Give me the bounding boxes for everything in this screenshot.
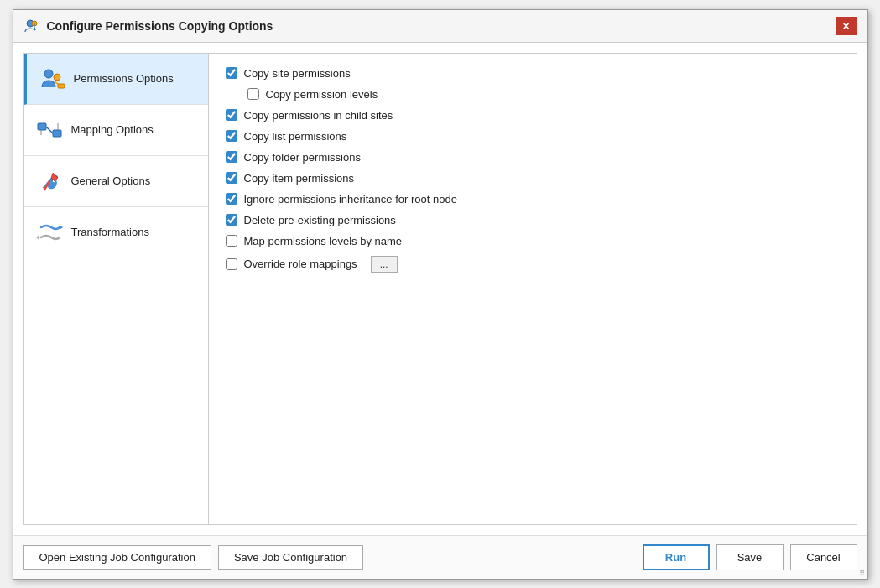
checkbox-delete-preexisting-permissions[interactable] <box>226 214 237 226</box>
sidebar-item-transformations[interactable]: Transformations <box>24 207 208 258</box>
svg-marker-13 <box>36 235 39 240</box>
checkbox-copy-permissions-child-sites[interactable] <box>226 109 237 121</box>
sidebar-item-permissions-options[interactable]: Permissions Options <box>24 54 208 105</box>
svg-point-2 <box>44 70 53 78</box>
svg-marker-12 <box>60 225 63 230</box>
checkbox-row-ignore-permissions-inheritance: Ignore permissions inheritance for root … <box>226 193 840 206</box>
cancel-button[interactable]: Cancel <box>790 544 857 570</box>
checkbox-override-role-mappings[interactable] <box>226 258 237 270</box>
permissions-options-icon <box>39 65 65 92</box>
content-area: Permissions Options <box>13 43 867 535</box>
svg-rect-5 <box>58 84 65 88</box>
label-override-role-mappings[interactable]: Override role mappings <box>244 258 357 270</box>
label-copy-site-permissions[interactable]: Copy site permissions <box>244 67 351 80</box>
checkbox-copy-list-permissions[interactable] <box>226 130 237 142</box>
checkbox-copy-folder-permissions[interactable] <box>226 151 237 163</box>
checkbox-row-copy-site-permissions: Copy site permissions <box>226 67 840 80</box>
label-copy-item-permissions[interactable]: Copy item permissions <box>244 172 355 185</box>
general-options-icon <box>36 168 63 195</box>
svg-rect-7 <box>53 130 61 137</box>
sidebar: Permissions Options <box>24 54 209 524</box>
options-panel: Copy site permissionsCopy permission lev… <box>209 54 857 524</box>
checkbox-row-delete-preexisting-permissions: Delete pre-existing permissions <box>226 214 840 226</box>
window-title: Configure Permissions Copying Options <box>47 19 273 33</box>
sidebar-label-transformations: Transformations <box>71 226 149 238</box>
window-icon <box>23 18 40 34</box>
override-role-mappings-button[interactable]: ... <box>371 256 398 273</box>
mapping-options-icon <box>36 117 63 143</box>
svg-rect-6 <box>38 123 46 130</box>
transformations-icon <box>36 219 63 246</box>
title-bar-left: Configure Permissions Copying Options <box>23 18 273 34</box>
checkbox-row-copy-folder-permissions: Copy folder permissions <box>226 151 840 164</box>
label-copy-folder-permissions[interactable]: Copy folder permissions <box>244 151 361 164</box>
sidebar-label-general-options: General Options <box>71 174 151 187</box>
footer: Open Existing Job Configuration Save Job… <box>13 535 867 579</box>
resize-handle: ⠿ <box>859 569 865 578</box>
checkbox-ignore-permissions-inheritance[interactable] <box>226 193 237 205</box>
checkbox-copy-item-permissions[interactable] <box>226 172 237 184</box>
sidebar-label-permissions-options: Permissions Options <box>74 72 174 85</box>
svg-point-3 <box>54 74 60 81</box>
checkbox-row-override-role-mappings: Override role mappings... <box>226 256 840 273</box>
open-existing-button[interactable]: Open Existing Job Configuration <box>23 545 211 570</box>
label-copy-permission-levels[interactable]: Copy permission levels <box>266 88 378 101</box>
sidebar-item-mapping-options[interactable]: Mapping Options <box>24 105 208 156</box>
checkbox-row-copy-permission-levels: Copy permission levels <box>247 88 840 101</box>
checkbox-row-map-permissions-levels-by-name: Map permissions levels by name <box>226 235 840 247</box>
save-button[interactable]: Save <box>716 544 784 570</box>
main-panel: Permissions Options <box>23 53 857 525</box>
svg-line-8 <box>46 127 53 133</box>
label-map-permissions-levels-by-name[interactable]: Map permissions levels by name <box>244 235 403 247</box>
footer-left: Open Existing Job Configuration Save Job… <box>23 545 364 570</box>
label-ignore-permissions-inheritance[interactable]: Ignore permissions inheritance for root … <box>244 193 457 206</box>
checkbox-map-permissions-levels-by-name[interactable] <box>226 235 237 247</box>
checkbox-row-copy-permissions-child-sites: Copy permissions in child sites <box>226 109 840 122</box>
checkbox-row-copy-list-permissions: Copy list permissions <box>226 130 840 143</box>
title-bar: Configure Permissions Copying Options × <box>13 10 867 43</box>
close-button[interactable]: × <box>836 17 857 35</box>
checkbox-copy-site-permissions[interactable] <box>226 67 237 79</box>
checkbox-row-copy-item-permissions: Copy item permissions <box>226 172 840 185</box>
run-button[interactable]: Run <box>643 544 710 570</box>
label-delete-preexisting-permissions[interactable]: Delete pre-existing permissions <box>244 214 396 226</box>
footer-right: Run Save Cancel <box>643 544 857 570</box>
checkbox-copy-permission-levels[interactable] <box>247 88 259 100</box>
save-job-button[interactable]: Save Job Configuration <box>218 545 363 570</box>
label-copy-permissions-child-sites[interactable]: Copy permissions in child sites <box>244 109 393 122</box>
label-copy-list-permissions[interactable]: Copy list permissions <box>244 130 347 143</box>
main-window: Configure Permissions Copying Options × <box>13 9 868 580</box>
sidebar-label-mapping-options: Mapping Options <box>71 123 154 136</box>
sidebar-item-general-options[interactable]: General Options <box>24 156 208 207</box>
